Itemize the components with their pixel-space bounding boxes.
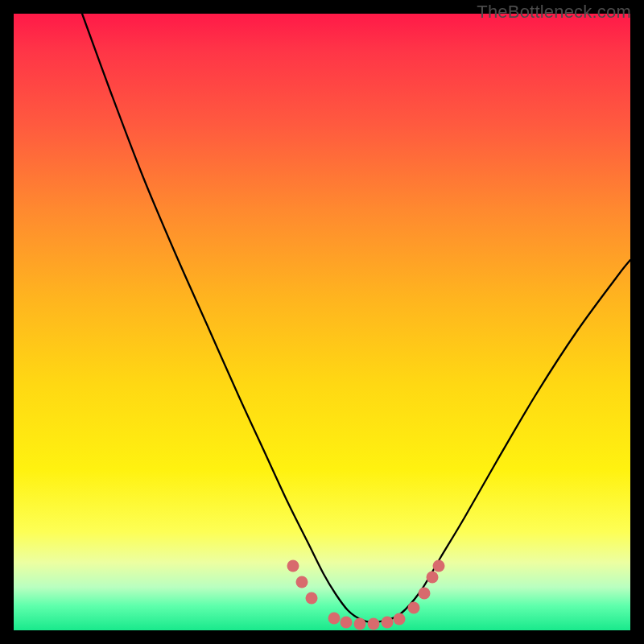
watermark-text: TheBottleneck.com: [477, 2, 631, 23]
curve-marker: [382, 617, 394, 629]
curve-marker: [341, 617, 353, 629]
curve-marker: [394, 613, 406, 625]
curve-marker: [287, 560, 299, 572]
curve-marker: [368, 618, 380, 630]
curve-marker: [354, 618, 366, 630]
curve-marker: [419, 588, 431, 600]
curve-markers: [287, 560, 445, 630]
curve-marker: [408, 602, 420, 614]
chart-frame: TheBottleneck.com: [0, 0, 644, 644]
curve-marker: [433, 560, 445, 572]
curve-layer: [14, 14, 630, 630]
curve-marker: [296, 576, 308, 588]
bottleneck-curve: [82, 14, 630, 622]
curve-marker: [328, 613, 341, 625]
curve-marker: [427, 572, 439, 584]
curve-marker: [306, 592, 318, 605]
